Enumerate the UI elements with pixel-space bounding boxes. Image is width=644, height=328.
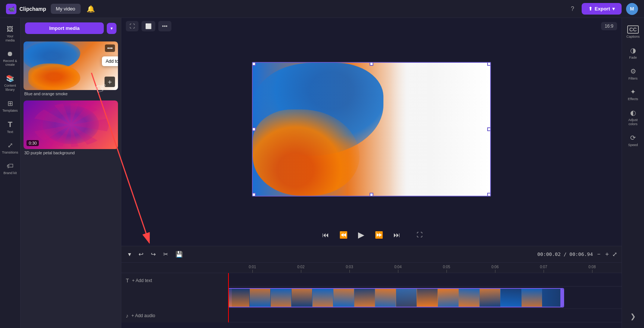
redo-button[interactable]: ↪ xyxy=(149,249,158,259)
zoom-fit-button[interactable]: ⤢ xyxy=(612,251,617,258)
media-item-purple-petal[interactable]: 0:30 3D purple petal background xyxy=(24,100,118,157)
skip-back-button[interactable]: ⏮ xyxy=(321,230,330,241)
transitions-icon: ⤢ xyxy=(7,141,13,149)
sidebar-item-content-library[interactable]: 📚 Content library xyxy=(1,71,19,95)
more-button[interactable]: ••• xyxy=(158,21,171,31)
clip-frame xyxy=(522,289,542,307)
video-track-content xyxy=(228,287,622,309)
sidebar-item-templates[interactable]: ⊞ Templates xyxy=(1,96,19,116)
avatar[interactable]: M xyxy=(626,3,638,15)
text-track-icon: T xyxy=(126,278,129,284)
center-area: ⛶ ⬜ ••• 16:9 xyxy=(121,18,622,328)
adjust-colors-icon: ◐ xyxy=(630,109,636,117)
main-content: 🖼 Your media ⏺ Record & create 📚 Content… xyxy=(0,18,644,328)
media-panel: Import media ▾ ••• ＋ Blue and orange smo… xyxy=(21,18,121,328)
fit-button[interactable]: ⬜ xyxy=(141,21,155,31)
sidebar-item-your-media[interactable]: 🖼 Your media xyxy=(1,22,19,46)
ruler-mark-5: 0:06 xyxy=(471,265,519,273)
captions-label: Captions xyxy=(626,35,640,39)
handle-bottom-left[interactable] xyxy=(252,193,256,197)
help-button[interactable]: ? xyxy=(568,4,577,14)
audio-track-row: ♪ + Add audio xyxy=(121,309,622,322)
ruler-line xyxy=(301,270,301,273)
rewind-button[interactable]: ⏪ xyxy=(338,229,349,241)
video-clip[interactable] xyxy=(228,288,564,307)
export-button[interactable]: ⬆ Export ▾ xyxy=(582,3,622,15)
video-content xyxy=(253,63,490,196)
cut-button[interactable]: ✂ xyxy=(161,249,170,259)
crop-button[interactable]: ⛶ xyxy=(126,21,139,31)
effects-label: Effects xyxy=(628,97,638,101)
handle-bottom-right[interactable] xyxy=(487,193,491,197)
ruler-mark-4: 0:05 xyxy=(422,265,471,273)
sidebar-item-label: Content library xyxy=(3,84,18,92)
timeline-area: ▾ ↩ ↪ ✂ 💾 00:00.02 / 00:06.94 － ＋ ⤢ xyxy=(121,246,622,328)
aspect-ratio-badge: 16:9 xyxy=(601,22,617,30)
add-text-label[interactable]: + Add text xyxy=(132,278,152,283)
right-sidebar-item-fade[interactable]: ◑ Fade xyxy=(623,43,643,63)
project-title-button[interactable]: My video xyxy=(51,4,81,14)
sidebar-item-brand-kit[interactable]: 🏷 Brand kit xyxy=(1,159,19,178)
sidebar-item-text[interactable]: T Text xyxy=(1,117,19,137)
clip-frame xyxy=(229,289,249,307)
right-sidebar-item-adjust-colors[interactable]: ◐ Adjust colors xyxy=(623,106,643,129)
media-item-add-button[interactable]: ＋ xyxy=(105,77,115,87)
clip-frame xyxy=(292,289,312,307)
clip-frame xyxy=(312,289,333,307)
ruler-label: 0:01 xyxy=(249,265,256,269)
handle-top-left[interactable] xyxy=(252,62,256,66)
add-audio-label[interactable]: + Add audio xyxy=(131,313,155,318)
save-button[interactable]: 💾 xyxy=(173,249,185,259)
clip-frame xyxy=(501,289,521,307)
skip-forward-button[interactable]: ⏭ xyxy=(392,230,402,241)
handle-top-right[interactable] xyxy=(487,62,491,66)
right-sidebar-item-speed[interactable]: ⟳ Speed xyxy=(623,131,643,150)
tracks-wrapper: T + Add text xyxy=(121,273,622,322)
notification-button[interactable]: 🔔 xyxy=(85,3,96,15)
right-sidebar-item-captions[interactable]: CC Captions xyxy=(623,22,643,42)
play-button[interactable]: ▶ xyxy=(357,229,366,241)
sidebar-item-transitions[interactable]: ⤢ Transitions xyxy=(1,138,19,158)
sidebar-item-label: Brand kit xyxy=(3,171,17,175)
speed-label: Speed xyxy=(628,143,638,147)
clip-frame xyxy=(480,289,500,307)
ruler-mark-3: 0:04 xyxy=(374,265,422,273)
undo-button[interactable]: ↩ xyxy=(136,249,146,259)
forward-button[interactable]: ⏩ xyxy=(373,229,385,241)
video-canvas[interactable] xyxy=(252,62,491,197)
media-item-more-button[interactable]: ••• xyxy=(105,44,115,52)
media-item-smoke[interactable]: ••• ＋ Blue and orange smoke Add to timel… xyxy=(24,41,118,98)
filters-icon: ⚙ xyxy=(630,67,636,75)
ruler-line xyxy=(398,270,398,273)
white-area xyxy=(391,63,490,196)
timeline-ruler: 0:01 0:02 0:03 0:04 xyxy=(121,263,622,273)
zoom-in-button[interactable]: ＋ xyxy=(604,250,610,258)
ruler-mark-8: 0:09 xyxy=(616,265,622,273)
right-sidebar-item-filters[interactable]: ⚙ Filters xyxy=(623,64,643,84)
timeline-content[interactable]: 0:01 0:02 0:03 0:04 xyxy=(121,263,622,328)
add-to-timeline-tooltip: Add to timeline xyxy=(102,56,118,66)
clip-frame xyxy=(354,289,375,307)
ruler-label: 0:08 xyxy=(588,265,595,269)
clip-frame xyxy=(333,289,354,307)
ruler-mark-7: 0:08 xyxy=(568,265,616,273)
sidebar-item-label: Your media xyxy=(3,34,18,43)
video-preview xyxy=(121,34,622,224)
sidebar-item-record-create[interactable]: ⏺ Record & create xyxy=(1,47,19,70)
handle-mid-right[interactable] xyxy=(487,127,491,131)
zoom-out-button[interactable]: － xyxy=(596,250,602,258)
handle-top-mid[interactable] xyxy=(370,62,373,66)
ruler-label: 0:05 xyxy=(443,265,450,269)
collapse-sidebar-button[interactable]: ❯ xyxy=(627,309,639,324)
fullscreen-button[interactable]: ⛶ xyxy=(417,232,423,238)
import-dropdown-button[interactable]: ▾ xyxy=(107,23,116,34)
import-media-button[interactable]: Import media xyxy=(25,22,104,34)
handle-bottom-mid[interactable] xyxy=(370,193,373,197)
app-name: Clipchamp xyxy=(19,6,46,12)
collapse-timeline-button[interactable]: ▾ xyxy=(126,249,133,259)
right-sidebar-item-effects[interactable]: ✦ Effects xyxy=(623,85,643,104)
ruler-mark-6: 0:07 xyxy=(519,265,568,273)
handle-mid-left[interactable] xyxy=(252,127,256,131)
export-dropdown-icon: ▾ xyxy=(612,6,615,12)
clip-handle-right[interactable] xyxy=(560,289,563,307)
